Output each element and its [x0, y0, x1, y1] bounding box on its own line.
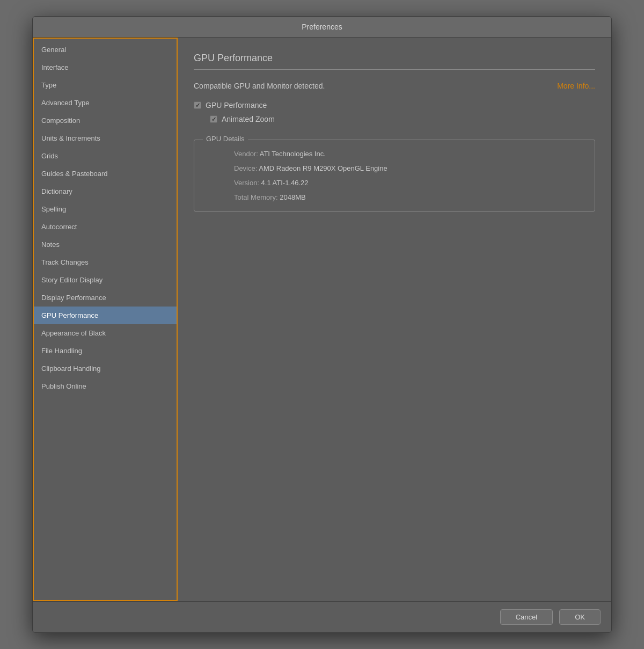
compat-row: Compatible GPU and Monitor detected. Mor… — [194, 82, 595, 90]
gpu-details-box: GPU Details Vendor: ATI Technologies Inc… — [194, 140, 595, 212]
cancel-button[interactable]: Cancel — [500, 609, 553, 625]
sidebar-item-appearance-of-black[interactable]: Appearance of Black — [34, 324, 177, 342]
sidebar: GeneralInterfaceTypeAdvanced TypeComposi… — [33, 38, 178, 601]
sidebar-item-clipboard-handling[interactable]: Clipboard Handling — [34, 360, 177, 377]
sidebar-item-publish-online[interactable]: Publish Online — [34, 377, 177, 395]
sidebar-item-spelling[interactable]: Spelling — [34, 200, 177, 218]
divider — [194, 69, 595, 70]
preferences-dialog: Preferences GeneralInterfaceTypeAdvanced… — [32, 16, 612, 633]
memory-value: 2048MB — [278, 193, 306, 201]
panel-title: GPU Performance — [194, 53, 595, 64]
gpu-memory-row: Total Memory: 2048MB — [207, 193, 582, 201]
vendor-label: Vendor: — [234, 150, 258, 158]
gpu-details-legend: GPU Details — [203, 135, 248, 143]
sidebar-item-units--increments[interactable]: Units & Increments — [34, 129, 177, 147]
sidebar-item-grids[interactable]: Grids — [34, 147, 177, 165]
sidebar-item-autocorrect[interactable]: Autocorrect — [34, 218, 177, 236]
sidebar-item-story-editor-display[interactable]: Story Editor Display — [34, 271, 177, 289]
gpu-device-row: Device: AMD Radeon R9 M290X OpenGL Engin… — [207, 164, 582, 172]
animated-zoom-label: Animated Zoom — [222, 115, 275, 123]
vendor-value: ATI Technologies Inc. — [258, 150, 326, 158]
sidebar-item-track-changes[interactable]: Track Changes — [34, 253, 177, 271]
gpu-version-row: Version: 4.1 ATI-1.46.22 — [207, 179, 582, 187]
content-area: GeneralInterfaceTypeAdvanced TypeComposi… — [33, 38, 611, 601]
more-info-link[interactable]: More Info... — [557, 82, 595, 90]
gpu-vendor-row: Vendor: ATI Technologies Inc. — [207, 150, 582, 158]
sidebar-item-gpu-performance[interactable]: GPU Performance — [34, 307, 177, 324]
compat-text: Compatible GPU and Monitor detected. — [194, 82, 325, 90]
sidebar-item-interface[interactable]: Interface — [34, 59, 177, 76]
title-bar: Preferences — [33, 17, 611, 38]
sidebar-item-general[interactable]: General — [34, 41, 177, 59]
ok-button[interactable]: OK — [559, 609, 601, 625]
sidebar-item-notes[interactable]: Notes — [34, 236, 177, 253]
device-label: Device: — [234, 164, 257, 172]
sidebar-item-guides--pasteboard[interactable]: Guides & Pasteboard — [34, 165, 177, 183]
device-value: AMD Radeon R9 M290X OpenGL Engine — [257, 164, 387, 172]
gpu-performance-row[interactable]: ✓ GPU Performance — [194, 101, 595, 110]
gpu-performance-checkbox[interactable]: ✓ — [194, 101, 201, 109]
sidebar-item-file-handling[interactable]: File Handling — [34, 342, 177, 360]
checkmark-icon-2: ✓ — [211, 116, 216, 122]
sidebar-item-advanced-type[interactable]: Advanced Type — [34, 94, 177, 112]
dialog-title: Preferences — [302, 23, 342, 31]
animated-zoom-checkbox[interactable]: ✓ — [210, 115, 217, 123]
sidebar-item-composition[interactable]: Composition — [34, 112, 177, 129]
sidebar-item-display-performance[interactable]: Display Performance — [34, 289, 177, 307]
version-value: 4.1 ATI-1.46.22 — [259, 179, 309, 187]
gpu-performance-label: GPU Performance — [206, 101, 267, 110]
checkmark-icon: ✓ — [195, 103, 200, 108]
memory-label: Total Memory: — [234, 193, 278, 201]
animated-zoom-row[interactable]: ✓ Animated Zoom — [210, 115, 595, 123]
footer: Cancel OK — [33, 601, 611, 632]
version-label: Version: — [234, 179, 259, 187]
sidebar-item-type[interactable]: Type — [34, 76, 177, 94]
main-panel: GPU Performance Compatible GPU and Monit… — [178, 38, 611, 601]
sidebar-item-dictionary[interactable]: Dictionary — [34, 183, 177, 200]
sidebar-list[interactable]: GeneralInterfaceTypeAdvanced TypeComposi… — [34, 39, 177, 600]
